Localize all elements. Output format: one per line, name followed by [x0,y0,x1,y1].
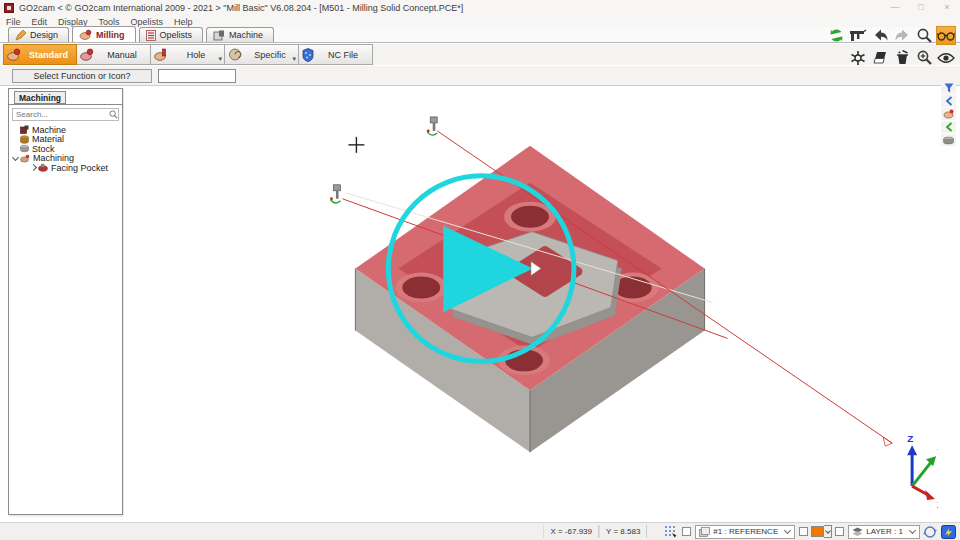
layer-dropdown[interactable]: LAYER : 1 [848,525,920,539]
refresh-icon[interactable] [826,26,846,45]
tab-opelists[interactable]: Opelists [139,27,204,42]
hole-button[interactable]: Hole ▾ [151,44,225,65]
menu-item-opelists[interactable]: Opelists [131,17,164,27]
tree-item-material-label: Material [32,134,64,144]
hole-dropdown-arrow[interactable]: ▾ [218,55,222,63]
window-title: GO2cam < © GO2cam International 2009 - 2… [19,3,463,13]
machine-node-icon [20,125,29,134]
manual-button[interactable]: Manual [77,44,151,65]
tree-item-material[interactable]: Material [9,135,122,145]
menu-item-display[interactable]: Display [58,17,88,27]
cursor-x-readout: X = -67.939 [543,525,599,538]
tab-milling-label: Milling [96,30,125,40]
tree-item-stock[interactable]: Stock [9,144,122,154]
zoom-icon[interactable] [914,26,934,45]
nc-shield-icon [302,48,314,62]
axis-triad: Z Y X [907,433,938,510]
specific-button[interactable]: Specific ▾ [225,44,299,65]
machine-icon [213,30,225,41]
axis-y-label: Y [937,446,938,457]
maximize-button[interactable]: □ [908,0,934,16]
plane-icon [699,527,710,537]
reference-checkbox[interactable] [682,527,691,536]
render-mode-button[interactable] [940,525,956,539]
undo-icon[interactable] [870,26,890,45]
minimize-button[interactable]: — [882,0,908,16]
milling-hand-icon [79,29,92,40]
standard-button[interactable]: Standard [3,44,77,65]
search-box [12,108,119,121]
close-button[interactable]: × [934,0,960,16]
window-controls: — □ × [882,0,960,16]
ribbon: Standard Manual Hole ▾ Specific ▾ NC Fil… [0,44,960,65]
tree-item-facing-pocket[interactable]: Facing Pocket [9,163,122,173]
rotate-view-button[interactable] [922,525,938,539]
tab-design[interactable]: Design [8,27,69,42]
eraser-icon[interactable] [870,48,890,67]
chevron-right-icon[interactable] [29,165,37,170]
zoom-plus-icon[interactable] [914,48,934,67]
glasses-button[interactable] [936,26,956,45]
color-checkbox[interactable] [799,527,808,536]
tab-design-label: Design [30,30,58,40]
collapse-blue-icon[interactable] [941,95,956,107]
specific-dropdown-arrow[interactable]: ▾ [292,55,296,63]
hole-label: Hole [168,50,224,60]
clean-wand-icon[interactable] [892,48,912,67]
tools-icon[interactable] [848,48,868,67]
go2cam-window: GO2cam < © GO2cam International 2009 - 2… [0,0,960,540]
panel-divider [9,104,122,105]
menu-item-tools[interactable]: Tools [99,17,120,27]
opelists-list-icon [146,30,156,41]
tree-item-stock-label: Stock [32,144,55,154]
menubar: File Edit Display Tools Opelists Help [0,16,960,27]
chevron-down-icon [909,527,916,534]
view-toolbar-row1 [826,26,956,45]
collapse-green-icon[interactable] [941,121,956,133]
axis-x-label: X [937,499,938,510]
stock-small-icon[interactable] [941,134,956,146]
layer-icon [852,527,863,537]
ribbon-tabstrip: Design Milling Opelists Machine [0,27,960,43]
tree-item-machining[interactable]: Machining [9,154,122,164]
grid-toggle-button[interactable] [662,525,678,539]
menu-item-file[interactable]: File [6,17,21,27]
nc-file-button[interactable]: NC File [299,44,373,65]
eye-icon[interactable] [936,48,956,67]
layer-checkbox[interactable] [835,527,844,536]
crosshair-cursor [348,137,364,153]
filter-icon[interactable] [941,82,956,94]
reference-dropdown[interactable]: #1 : REFERENCE [695,525,795,539]
layer-value: LAYER : 1 [866,527,903,536]
function-bar: Select Function or Icon? [0,66,960,86]
rotate-icon [923,525,937,539]
statusbar: X = -67.939 Y = 8.583 #1 : REFERENCE LAY… [0,522,960,540]
specific-shell-icon [228,48,242,61]
menu-item-help[interactable]: Help [174,17,193,27]
select-function-button[interactable]: Select Function or Icon? [12,69,152,83]
tab-machine[interactable]: Machine [206,27,274,42]
viewport[interactable]: Z Y X [124,86,938,522]
machining-tree: Machine Material Stock Machining [9,125,122,173]
manual-tool-icon [80,48,94,61]
color-swatch[interactable] [811,526,824,537]
nc-file-label: NC File [314,50,372,60]
function-input[interactable] [158,69,236,83]
viewport-canvas[interactable]: Z Y X [124,86,938,522]
search-input[interactable] [13,110,109,119]
chevron-down-icon[interactable] [11,157,19,160]
facing-pocket-icon [38,163,48,172]
view-toolbar-row2 [848,48,956,67]
tab-machining-panel[interactable]: Machining [14,91,66,104]
caliper-icon[interactable] [848,26,868,45]
origin-marker-1 [427,117,437,135]
menu-item-edit[interactable]: Edit [32,17,48,27]
reference-value: #1 : REFERENCE [713,527,778,536]
material-node-icon [20,135,29,144]
tool-hand-small-icon[interactable] [941,108,956,120]
color-dropdown-arrow[interactable] [824,525,832,538]
redo-icon[interactable] [892,26,912,45]
machining-panel: Machining Machine Material Stock [8,88,123,515]
tab-milling[interactable]: Milling [72,26,136,42]
tree-item-machine[interactable]: Machine [9,125,122,135]
